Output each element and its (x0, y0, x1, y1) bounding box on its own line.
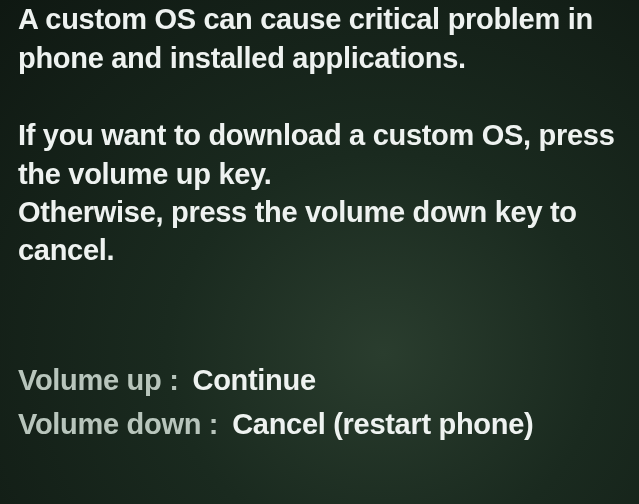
warning-message: A custom OS can cause critical problem i… (18, 0, 621, 78)
volume-up-label: Volume up : (18, 359, 179, 403)
instruction-line-1: If you want to download a custom OS, pre… (18, 119, 614, 189)
action-options: Volume up : Continue Volume down : Cance… (18, 359, 621, 446)
volume-down-action[interactable]: Volume down : Cancel (restart phone) (18, 403, 621, 447)
instruction-message: If you want to download a custom OS, pre… (18, 116, 621, 269)
volume-up-action[interactable]: Volume up : Continue (18, 359, 621, 403)
volume-up-value: Continue (193, 359, 316, 403)
volume-down-label: Volume down : (18, 403, 218, 447)
instruction-line-2: Otherwise, press the volume down key to … (18, 196, 577, 266)
volume-down-value: Cancel (restart phone) (232, 403, 533, 447)
